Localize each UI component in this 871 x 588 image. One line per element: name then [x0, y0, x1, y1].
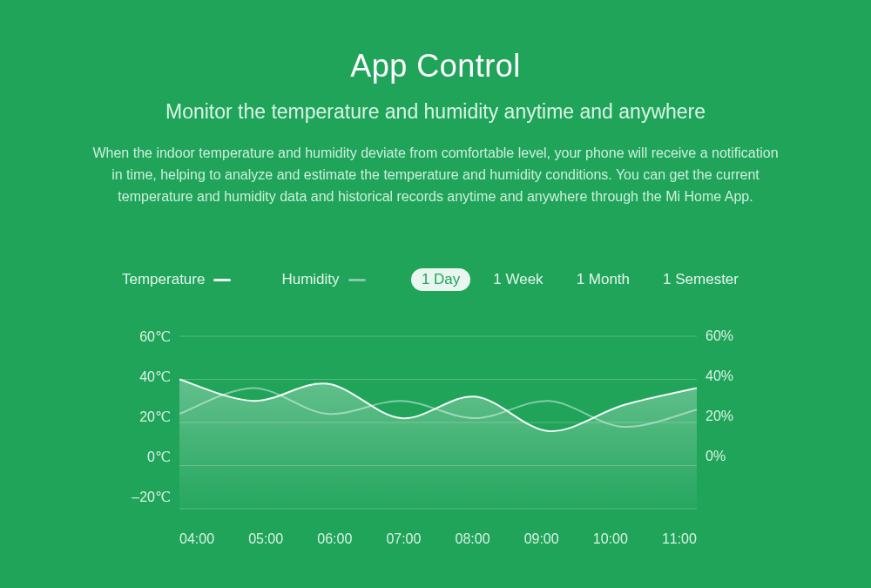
- legend-group: Temperature Humidity: [122, 271, 366, 288]
- legend-humidity-swatch-icon: [348, 279, 366, 281]
- y-right-20: 20%: [706, 409, 749, 424]
- chart-plot: 60℃ 40℃ 20℃ 0℃ –20℃ 60% 40% 20% 0%: [122, 326, 749, 544]
- x-07: 07:00: [386, 531, 421, 547]
- page-subtitle: Monitor the temperature and humidity any…: [87, 100, 784, 124]
- range-tab-month[interactable]: 1 Month: [566, 268, 640, 291]
- legend-temperature-swatch-icon: [213, 279, 231, 281]
- x-04: 04:00: [179, 531, 214, 547]
- page-title: App Control: [87, 48, 784, 84]
- y-left-40: 40℃: [122, 368, 171, 385]
- legend-temperature-label: Temperature: [122, 271, 205, 288]
- legend-temperature: Temperature: [122, 271, 231, 288]
- legend-and-range-row: Temperature Humidity 1 Day 1 Week 1 Mont…: [122, 268, 749, 291]
- y-left-60: 60℃: [122, 328, 171, 345]
- y-right-60: 60%: [706, 328, 749, 344]
- y-left-n20: –20℃: [122, 489, 171, 505]
- temperature-area: [179, 380, 697, 510]
- chart-section: Temperature Humidity 1 Day 1 Week 1 Mont…: [87, 268, 784, 544]
- x-08: 08:00: [456, 531, 490, 547]
- x-05: 05:00: [248, 531, 283, 547]
- page-description: When the indoor temperature and humidity…: [87, 143, 784, 207]
- y-left-0: 0℃: [122, 449, 171, 465]
- range-tab-week[interactable]: 1 Week: [483, 268, 553, 291]
- x-11: 11:00: [662, 531, 697, 547]
- legend-humidity-label: Humidity: [281, 271, 339, 288]
- y-right-40: 40%: [706, 368, 749, 384]
- x-10: 10:00: [593, 531, 628, 547]
- chart-svg: [179, 326, 697, 526]
- legend-humidity: Humidity: [281, 271, 365, 288]
- x-09: 09:00: [524, 531, 559, 547]
- x-axis: 04:00 05:00 06:00 07:00 08:00 09:00 10:0…: [179, 531, 697, 547]
- range-tab-semester[interactable]: 1 Semester: [652, 268, 749, 291]
- x-06: 06:00: [317, 531, 352, 547]
- y-left-20: 20℃: [122, 409, 171, 425]
- y-right-0: 0%: [706, 449, 749, 464]
- range-tabs: 1 Day 1 Week 1 Month 1 Semester: [411, 268, 749, 291]
- range-tab-day[interactable]: 1 Day: [411, 268, 470, 291]
